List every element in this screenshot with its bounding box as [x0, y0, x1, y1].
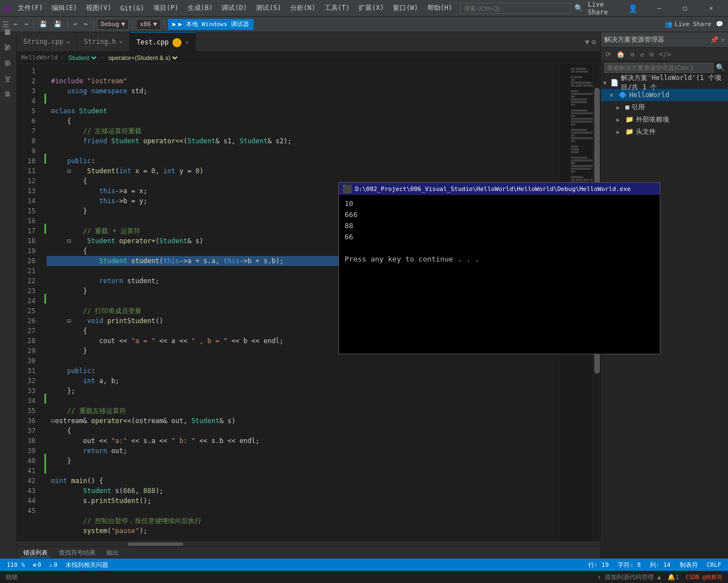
notification-btn[interactable]: 🔔1: [666, 574, 680, 581]
error-count[interactable]: ⊗ 0: [31, 561, 43, 569]
cursor-col[interactable]: 列: 14: [648, 561, 673, 569]
editor-tabs: String.cpp ✕ String.h ✕ Test.cpp ⬤ ✕ ▼ ⚙: [17, 32, 600, 52]
run-debugger-button[interactable]: ▶ ▶ 本地 Windows 调试器: [168, 19, 254, 30]
toolbar-nav-fwd[interactable]: →: [22, 19, 31, 29]
debug-config-dropdown[interactable]: Debug ▼: [97, 19, 129, 30]
source-control-btn[interactable]: ↑ 添加到源代码管理 ▲: [596, 573, 663, 581]
project-label: HelloWorld: [629, 91, 669, 99]
minimize-button[interactable]: —: [646, 0, 671, 17]
se-refresh-btn[interactable]: ↺: [638, 49, 646, 59]
sidebar-tools[interactable]: 工具: [0, 79, 17, 94]
user-icon[interactable]: 👤: [628, 4, 638, 13]
bottom-tab-find[interactable]: 查找符号结果: [57, 549, 98, 557]
breadcrumb-class[interactable]: Student: [66, 53, 98, 63]
live-share-button[interactable]: Live Share: [588, 1, 624, 16]
references-expand-arrow[interactable]: ▶: [616, 104, 623, 110]
sidebar-errors[interactable]: 错误: [0, 63, 17, 79]
references-label: 引用: [631, 103, 645, 112]
toolbar-undo[interactable]: ↩: [71, 19, 79, 29]
live-share-toolbar[interactable]: 👥 Live Share: [665, 21, 711, 28]
bottom-tab-output[interactable]: 输出: [104, 549, 121, 557]
menu-extensions[interactable]: 扩展(X): [355, 2, 387, 14]
tree-solution[interactable]: ▼ 📄 解决方案'HelloWorld'(1 个项目/共 1 个: [601, 77, 728, 89]
ext-deps-expand-arrow[interactable]: ▶: [616, 117, 623, 123]
search-input[interactable]: [460, 3, 571, 14]
windows-statusbar-right: ↑ 添加到源代码管理 ▲ 🔔1 CSDN @韩辉亮: [596, 573, 724, 581]
tabs-config-btn[interactable]: ⚙: [592, 38, 596, 46]
menu-help[interactable]: 帮助(H): [424, 2, 456, 14]
toolbar-save-all[interactable]: 💾: [52, 19, 64, 29]
sidebar-debug[interactable]: 调试: [0, 48, 17, 63]
menu-git[interactable]: Git(G): [117, 3, 148, 13]
menu-build[interactable]: 生成(B): [184, 2, 216, 14]
menu-test[interactable]: 测试(S): [252, 2, 285, 14]
menu-view[interactable]: 视图(V): [83, 2, 115, 14]
se-home-btn[interactable]: 🏠: [614, 49, 627, 59]
se-collapse-btn[interactable]: ⊟: [647, 49, 655, 59]
maximize-button[interactable]: □: [673, 0, 697, 17]
se-search-icon: 🔍: [716, 63, 725, 72]
se-pin-btn[interactable]: 📌: [710, 36, 719, 44]
line-ending[interactable]: CRLF: [705, 561, 724, 569]
ready-status: 就绪: [4, 573, 19, 581]
close-button[interactable]: ✕: [699, 0, 724, 17]
arch-dropdown[interactable]: x86 ▼: [136, 19, 161, 30]
menu-edit[interactable]: 编辑(E): [48, 2, 80, 14]
scrollbar-thumb-x[interactable]: [128, 542, 183, 546]
error-icon: ⊗: [33, 561, 37, 569]
tree-references[interactable]: ▶ ■ 引用: [601, 101, 728, 113]
tab-string-cpp-close[interactable]: ✕: [67, 39, 70, 45]
se-title: 解决方案资源管理器: [604, 35, 664, 44]
horizontal-scrollbar[interactable]: [17, 541, 600, 546]
se-search-input[interactable]: [604, 63, 714, 73]
solution-expand-arrow[interactable]: ▼: [603, 80, 608, 86]
csdn-badge: CSDN @韩辉亮: [685, 574, 724, 581]
project-icon: 🔷: [619, 91, 627, 99]
menu-tools[interactable]: 工具(T): [321, 2, 353, 14]
console-line-2: 666: [345, 209, 654, 220]
tab-string-cpp[interactable]: String.cpp ✕: [17, 32, 77, 52]
breadcrumb-method[interactable]: operator+(Student & s): [106, 53, 179, 63]
tree-header-files[interactable]: ▶ 📁 头文件: [601, 125, 728, 138]
se-code-btn[interactable]: </>: [657, 49, 674, 59]
toolbar-save[interactable]: 💾: [37, 19, 49, 29]
warning-count[interactable]: ⚠ 0: [47, 561, 59, 569]
tab-test-cpp[interactable]: Test.cpp ⬤ ✕: [130, 32, 196, 52]
indent-type[interactable]: 制表符: [678, 561, 700, 569]
tabs-settings: ▼ ⚙: [580, 38, 600, 46]
se-close-btn[interactable]: ✕: [721, 36, 725, 44]
header-files-expand-arrow[interactable]: ▶: [616, 129, 623, 135]
menu-debug[interactable]: 调试(D): [218, 2, 250, 14]
se-header: 解决方案资源管理器 📌 ✕: [601, 32, 728, 48]
status-message[interactable]: 未找到相关问题: [63, 561, 110, 569]
toolbar-sep-3: [93, 19, 94, 29]
console-line-6: Press any key to continue . . .: [345, 254, 654, 265]
console-window[interactable]: ⬛ D:\002_Project\006_Visual_Studio\Hello…: [338, 182, 660, 354]
breadcrumb-sep-1: ›: [60, 54, 64, 61]
feedback-icon[interactable]: 💬: [714, 19, 726, 29]
search-icon: 🔍: [574, 4, 583, 12]
toolbar-redo[interactable]: ↪: [82, 19, 90, 29]
project-expand-arrow[interactable]: ▼: [610, 92, 616, 98]
menu-analyze[interactable]: 分析(N): [287, 2, 319, 14]
console-line-1: 10: [345, 198, 654, 209]
menu-file[interactable]: 文件(F): [14, 2, 47, 14]
tab-test-cpp-close[interactable]: ✕: [185, 39, 189, 45]
toolbar-icon-1[interactable]: ☰: [2, 20, 9, 29]
sidebar-explorer[interactable]: 资源管理器: [0, 32, 17, 48]
zoom-level[interactable]: 110 %: [4, 561, 27, 569]
sidebar-bookmarks[interactable]: 书签: [0, 94, 17, 110]
se-filter-btn[interactable]: ⚙: [628, 49, 636, 59]
se-sync-btn[interactable]: ⟳: [603, 49, 613, 59]
menu-window[interactable]: 窗口(W): [390, 2, 422, 14]
toolbar-nav-back[interactable]: ←: [12, 19, 20, 29]
cursor-char[interactable]: 字符: 8: [615, 561, 643, 569]
tabs-overflow-btn[interactable]: ▼: [585, 38, 589, 46]
tab-string-h-close[interactable]: ✕: [119, 39, 123, 45]
cursor-row[interactable]: 行: 19: [586, 561, 611, 569]
tree-external-deps[interactable]: ▶ 📁 外部依赖项: [601, 113, 728, 125]
menu-project[interactable]: 项目(P): [150, 2, 182, 14]
tab-string-h[interactable]: String.h ✕: [77, 32, 130, 52]
bottom-tab-errors[interactable]: 错误列表: [21, 549, 50, 557]
breadcrumb-project[interactable]: HelloWorld: [21, 54, 58, 61]
